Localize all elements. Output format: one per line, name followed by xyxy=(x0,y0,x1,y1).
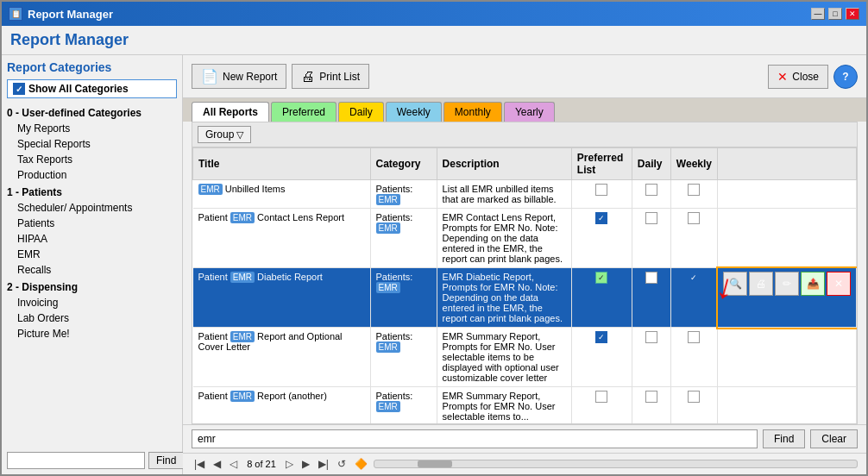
show-all-label: Show All Categories xyxy=(28,83,129,95)
weekly-checkbox[interactable] xyxy=(688,184,700,196)
cell-daily[interactable] xyxy=(632,268,670,328)
daily-checkbox[interactable] xyxy=(645,331,657,343)
new-report-button[interactable]: 📄 New Report xyxy=(192,64,286,89)
weekly-checkbox[interactable]: ✓ xyxy=(688,272,700,284)
action-icons-group: 🔍🖨✏📤✕ xyxy=(723,272,851,296)
cell-weekly[interactable] xyxy=(670,328,717,387)
cell-weekly[interactable] xyxy=(670,180,717,209)
delete-icon: ✕ xyxy=(834,278,843,290)
window-close-button[interactable]: ✕ xyxy=(846,8,859,20)
cell-daily[interactable] xyxy=(632,387,670,424)
cell-description: EMR Summary Report, Prompts for EMR No. … xyxy=(437,387,571,424)
report-area: Group ▽ Title Category Description Prefe… xyxy=(192,122,858,424)
help-icon: ? xyxy=(842,71,848,83)
cell-preferred[interactable]: ✓ xyxy=(571,209,632,268)
category-item[interactable]: HIPAA xyxy=(7,231,177,247)
tab-preferred[interactable]: Preferred xyxy=(271,102,337,122)
left-find-button[interactable]: Find xyxy=(148,452,184,469)
group-label: Group xyxy=(205,128,234,141)
category-item[interactable]: Invoicing xyxy=(7,295,177,310)
preferred-checkbox[interactable] xyxy=(595,391,607,403)
nav-filter-button[interactable]: 🔶 xyxy=(352,456,370,472)
bottom-find-button[interactable]: Find xyxy=(763,429,805,448)
group-bar: Group ▽ xyxy=(192,122,857,147)
search-row: Find xyxy=(7,447,177,469)
daily-checkbox[interactable] xyxy=(645,212,657,224)
nav-next-small-button[interactable]: ▷ xyxy=(283,456,296,472)
category-item[interactable]: EMR xyxy=(7,247,177,262)
cell-daily[interactable] xyxy=(632,209,670,268)
category-item[interactable]: My Reports xyxy=(7,121,177,136)
left-search-input[interactable] xyxy=(7,452,145,469)
cell-weekly[interactable] xyxy=(670,209,717,268)
title-bar: 📋 Report Manager — □ ✕ xyxy=(2,2,866,26)
table-row[interactable]: EMR Unbilled ItemsPatients: EMRList all … xyxy=(193,180,857,209)
category-item[interactable]: Picture Me! xyxy=(7,326,177,341)
preferred-checkbox[interactable]: ✓ xyxy=(595,331,607,343)
minimize-button[interactable]: — xyxy=(811,8,825,20)
help-button[interactable]: ? xyxy=(833,65,858,89)
categories-list: 0 - User-defined CategoriesMy ReportsSpe… xyxy=(7,107,177,341)
delete-button[interactable]: ✕ xyxy=(827,272,851,296)
cell-daily[interactable] xyxy=(632,180,670,209)
cell-daily[interactable] xyxy=(632,328,670,387)
nav-prev-button[interactable]: ◀ xyxy=(211,456,223,472)
cell-preferred[interactable] xyxy=(571,387,632,424)
tab-all-reports[interactable]: All Reports xyxy=(192,102,269,122)
bottom-search-input[interactable] xyxy=(192,429,758,448)
tab-weekly[interactable]: Weekly xyxy=(386,102,442,122)
table-row[interactable]: Patient EMR Report and Optional Cover Le… xyxy=(193,328,857,387)
daily-checkbox[interactable] xyxy=(645,184,657,196)
cell-preferred[interactable] xyxy=(571,180,632,209)
cell-preferred[interactable]: ✓ xyxy=(571,268,632,328)
category-item[interactable]: Tax Reports xyxy=(7,152,177,167)
nav-refresh-button[interactable]: ↺ xyxy=(335,456,349,472)
group-button[interactable]: Group ▽ xyxy=(198,126,251,143)
cell-weekly[interactable] xyxy=(670,387,717,424)
table-row[interactable]: Patient EMR Report (another)Patients: EM… xyxy=(193,387,857,424)
category-item[interactable]: Lab Orders xyxy=(7,310,177,326)
col-preferred-list: Preferred List xyxy=(571,148,632,180)
cell-description: List all EMR unbilled items that are mar… xyxy=(437,180,571,209)
print-button[interactable]: 🖨 xyxy=(749,272,773,296)
bottom-clear-button[interactable]: Clear xyxy=(810,429,858,448)
nav-next-button[interactable]: ▶ xyxy=(299,456,312,472)
cell-category: Patients: EMR xyxy=(370,387,437,424)
daily-checkbox[interactable] xyxy=(645,272,657,284)
preview-button[interactable]: 🔍 xyxy=(723,272,747,296)
tab-monthly[interactable]: Monthly xyxy=(443,102,502,122)
table-row[interactable]: Patient EMR Contact Lens ReportPatients:… xyxy=(193,209,857,268)
preferred-checkbox[interactable] xyxy=(595,184,607,196)
weekly-checkbox[interactable] xyxy=(688,331,700,343)
nav-prev-small-button[interactable]: ◁ xyxy=(227,456,240,472)
category-item[interactable]: Special Reports xyxy=(7,136,177,152)
nav-last-button[interactable]: ▶| xyxy=(316,456,331,472)
horizontal-scrollbar[interactable] xyxy=(374,460,858,468)
category-item[interactable]: Production xyxy=(7,167,177,183)
maximize-button[interactable]: □ xyxy=(828,8,842,20)
weekly-checkbox[interactable] xyxy=(688,391,700,403)
table-row[interactable]: Patient EMR Diabetic ReportPatients: EMR… xyxy=(193,268,857,328)
tab-daily[interactable]: Daily xyxy=(338,102,384,122)
weekly-checkbox[interactable] xyxy=(688,212,700,224)
preferred-checkbox[interactable]: ✓ xyxy=(595,272,607,284)
page-header: Report Manager xyxy=(2,26,866,55)
cell-weekly[interactable]: ✓ xyxy=(670,268,717,328)
cell-preferred[interactable]: ✓ xyxy=(571,328,632,387)
category-item[interactable]: Scheduler/ Appointments xyxy=(7,200,177,216)
show-all-categories-button[interactable]: ✓ Show All Categories xyxy=(7,79,177,98)
preferred-checkbox[interactable]: ✓ xyxy=(595,212,607,224)
edit-button[interactable]: ✏ xyxy=(775,272,799,296)
nav-first-button[interactable]: |◀ xyxy=(192,456,207,472)
print-list-button[interactable]: 🖨 Print List xyxy=(292,64,369,89)
cell-category: Patients: EMR xyxy=(370,268,437,328)
category-item[interactable]: Patients xyxy=(7,216,177,231)
export-button[interactable]: 📤 xyxy=(801,272,825,296)
cell-category: Patients: EMR xyxy=(370,180,437,209)
emr-badge: EMR xyxy=(376,194,400,205)
tab-yearly[interactable]: Yearly xyxy=(504,102,555,122)
close-button[interactable]: ✕ Close xyxy=(768,65,828,89)
cell-title: Patient EMR Report and Optional Cover Le… xyxy=(193,328,371,387)
category-item[interactable]: Recalls xyxy=(7,262,177,278)
daily-checkbox[interactable] xyxy=(645,391,657,403)
